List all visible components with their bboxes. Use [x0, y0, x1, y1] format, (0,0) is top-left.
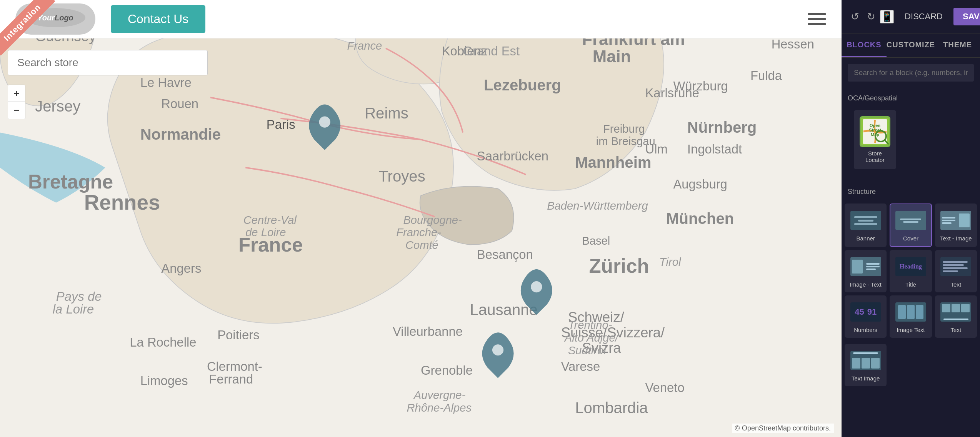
- svg-text:Auvergne-: Auvergne-: [413, 389, 466, 401]
- svg-text:Map: Map: [871, 132, 879, 137]
- title-block-icon: Heading: [895, 255, 926, 278]
- zoom-out-button[interactable]: −: [8, 102, 25, 119]
- svg-text:München: München: [666, 210, 734, 227]
- svg-text:Bourgogne-: Bourgogne-: [403, 214, 462, 226]
- store-locator-block[interactable]: Open Street Map Store Locator: [854, 110, 896, 169]
- svg-text:Clermont-: Clermont-: [207, 359, 262, 374]
- svg-text:Trentino-: Trentino-: [568, 319, 612, 331]
- tab-customize[interactable]: CUSTOMIZE: [887, 33, 935, 57]
- block-search-input[interactable]: [848, 64, 974, 82]
- svg-text:Ferrand: Ferrand: [209, 372, 253, 386]
- title-block-label: Title: [905, 281, 916, 288]
- numbers-block-label: Numbers: [854, 327, 877, 333]
- svg-text:Open: Open: [870, 123, 880, 128]
- cover-block[interactable]: Cover: [890, 203, 932, 247]
- svg-text:Grenoble: Grenoble: [421, 363, 473, 377]
- svg-text:Normandie: Normandie: [140, 126, 221, 143]
- svg-text:Paris: Paris: [267, 117, 295, 132]
- numbers-block[interactable]: 45 91 Numbers: [845, 295, 887, 338]
- contact-button[interactable]: Contact Us: [111, 5, 205, 33]
- svg-text:Hessen: Hessen: [772, 38, 814, 51]
- svg-text:Angers: Angers: [161, 261, 201, 275]
- right-panel: ↺ ↻ 📱 DISCARD SAVE BLOCKS CUSTOMIZE THEM…: [842, 0, 980, 437]
- osm-icon: Open Street Map: [860, 116, 890, 147]
- svg-text:Main: Main: [593, 47, 631, 66]
- redo-button[interactable]: ↻: [867, 11, 875, 23]
- text-image-block-label: Text - Image: [940, 235, 972, 242]
- zoom-in-button[interactable]: +: [8, 85, 25, 102]
- text-image-block[interactable]: Text - Image: [935, 203, 977, 247]
- block-search-container: [842, 58, 980, 88]
- svg-text:Zürich: Zürich: [589, 255, 649, 277]
- text-image2-block[interactable]: Text: [935, 295, 977, 338]
- tab-blocks[interactable]: BLOCKS: [842, 33, 887, 57]
- svg-text:Ulm: Ulm: [645, 142, 667, 156]
- geospatial-items: Open Street Map Store Locator: [842, 110, 980, 182]
- svg-text:Reims: Reims: [365, 105, 408, 122]
- svg-text:Veneto: Veneto: [645, 380, 684, 395]
- text-block[interactable]: Text: [935, 250, 977, 292]
- svg-text:Rhône-Alpes: Rhône-Alpes: [407, 402, 472, 414]
- svg-text:Fulda: Fulda: [750, 68, 782, 83]
- text-image2-block-label: Text: [951, 327, 962, 333]
- text-image-bottom-block-label: Text Image: [852, 375, 880, 382]
- tab-theme[interactable]: THEME: [935, 33, 980, 57]
- svg-text:Freiburg: Freiburg: [603, 122, 645, 135]
- banner-block-label: Banner: [856, 235, 875, 242]
- integration-ribbon: Integration: [0, 0, 62, 62]
- svg-text:Lezebuerg: Lezebuerg: [484, 77, 561, 93]
- device-toggle-button[interactable]: 📱: [880, 10, 894, 23]
- zoom-controls: + −: [8, 85, 25, 119]
- toolbar-right: DISCARD SAVE: [898, 8, 980, 25]
- text-image-block-icon: [940, 209, 971, 232]
- title-block[interactable]: Heading Title: [890, 250, 932, 292]
- svg-text:Grand Est: Grand Est: [463, 44, 520, 58]
- image-row-block-icon: [895, 300, 926, 324]
- panel-scroll[interactable]: OCA/Geospatial: [842, 88, 980, 437]
- text-image-bottom-block[interactable]: Text Image: [845, 344, 887, 386]
- svg-text:de Loire: de Loire: [245, 226, 286, 239]
- map-area: Paris Belgique / Belgien Aachen Koblenz …: [0, 38, 842, 437]
- image-row-block-label: Image Text: [897, 327, 925, 333]
- svg-text:Basel: Basel: [582, 235, 610, 247]
- svg-text:Centre-Val: Centre-Val: [243, 214, 297, 226]
- hamburger-line-2: [808, 18, 826, 20]
- svg-text:Ingolstadt: Ingolstadt: [687, 142, 742, 156]
- image-row-block[interactable]: Image Text: [890, 295, 932, 338]
- structure-section-title: Structure: [848, 188, 974, 196]
- hamburger-line-3: [808, 23, 826, 25]
- header: YourLogo Contact Us: [0, 0, 842, 38]
- svg-text:Poitiers: Poitiers: [217, 328, 259, 342]
- ribbon-label: Integration: [0, 0, 55, 56]
- svg-point-82: [492, 344, 503, 355]
- structure-blocks-grid: Banner Cover: [842, 203, 980, 341]
- hamburger-menu[interactable]: [808, 13, 826, 25]
- svg-text:Villeurbanne: Villeurbanne: [393, 324, 463, 339]
- text-image-bottom-block-icon: [850, 349, 881, 372]
- banner-block-icon: [850, 209, 881, 232]
- toolbar-left: ↺ ↻: [851, 11, 875, 23]
- panel-toolbar: ↺ ↻ 📱 DISCARD SAVE: [842, 0, 980, 33]
- svg-text:Franche-: Franche-: [396, 226, 441, 239]
- svg-text:Street: Street: [869, 128, 881, 132]
- svg-point-81: [531, 281, 542, 292]
- undo-button[interactable]: ↺: [851, 11, 859, 23]
- svg-text:Nürnberg: Nürnberg: [687, 119, 757, 136]
- hamburger-line-1: [808, 13, 826, 15]
- text-image2-block-icon: [940, 300, 971, 324]
- structure-blocks-grid-2: Text Image: [842, 344, 980, 392]
- text-block-icon: [940, 255, 971, 278]
- store-locator-label: Store Locator: [860, 150, 890, 163]
- svg-text:Troyes: Troyes: [379, 168, 425, 185]
- svg-text:Besançon: Besançon: [477, 247, 533, 262]
- svg-text:Rouen: Rouen: [161, 97, 198, 111]
- svg-text:La Rochelle: La Rochelle: [130, 335, 196, 349]
- discard-button[interactable]: DISCARD: [898, 8, 949, 25]
- banner-block[interactable]: Banner: [845, 203, 887, 247]
- image-text-block[interactable]: Image - Text: [845, 250, 887, 292]
- image-text-block-label: Image - Text: [850, 281, 882, 288]
- svg-text:Rennes: Rennes: [84, 190, 160, 214]
- save-button[interactable]: SAVE: [953, 8, 980, 25]
- svg-text:Mannheim: Mannheim: [575, 154, 651, 171]
- geospatial-section-title: OCA/Geospatial: [848, 94, 974, 102]
